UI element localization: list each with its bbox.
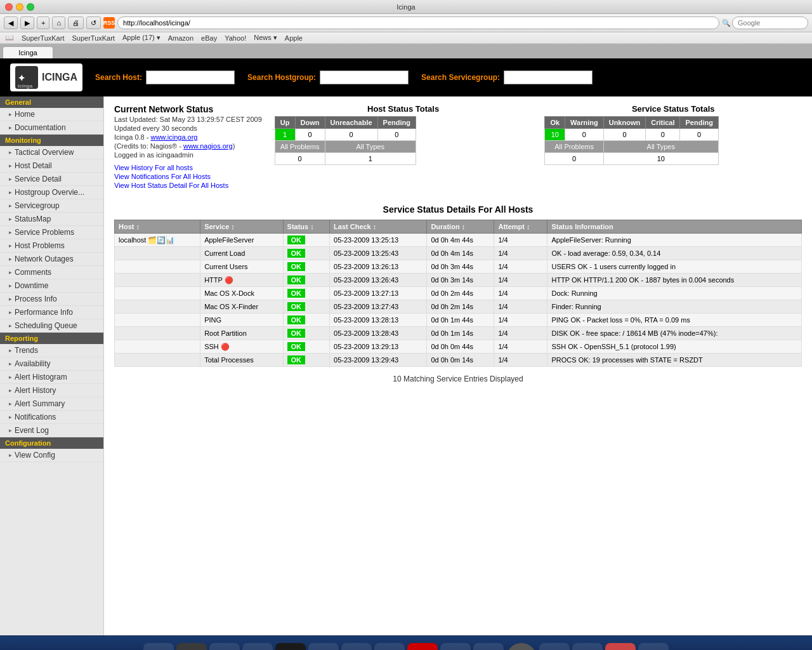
svc-col-unknown[interactable]: Unknown xyxy=(603,117,646,129)
svc-all-problems[interactable]: All Problems xyxy=(545,141,603,153)
svc-col-warning[interactable]: Warning xyxy=(565,117,604,129)
sidebar-item-service-problems[interactable]: Service Problems xyxy=(0,226,103,239)
dock-clock[interactable]: 🕐 xyxy=(176,643,207,651)
cell-service[interactable]: PING xyxy=(200,314,283,327)
host-val-down[interactable]: 0 xyxy=(295,129,325,141)
col-host[interactable]: Host ↕ xyxy=(115,220,200,234)
bookmark-apple2[interactable]: Apple xyxy=(285,34,303,42)
dock-gmail[interactable]: @ xyxy=(407,643,438,651)
home-button[interactable]: ⌂ xyxy=(52,17,65,29)
refresh-button[interactable]: ↺ xyxy=(86,17,101,29)
sidebar-item-view-config[interactable]: View Config xyxy=(0,449,103,462)
dock-email2[interactable]: @ xyxy=(605,643,636,651)
svc-val-critical[interactable]: 0 xyxy=(646,129,680,141)
bookmark-supertuxkart1[interactable]: SuperTuxKart xyxy=(22,34,64,42)
nagios-link[interactable]: www.nagios.org xyxy=(183,142,233,150)
svc-val-ok[interactable]: 10 xyxy=(545,129,565,141)
cell-service[interactable]: Current Load xyxy=(200,247,283,260)
bookmark-ebay[interactable]: eBay xyxy=(201,34,217,42)
cell-service[interactable]: Mac OS X-Dock xyxy=(200,287,283,300)
svc-types-count[interactable]: 10 xyxy=(603,153,718,165)
cell-service[interactable]: Current Users xyxy=(200,260,283,274)
dock-mail-app[interactable]: ✉️ xyxy=(209,643,240,651)
sidebar-item-comments[interactable]: Comments xyxy=(0,266,103,279)
cell-service[interactable]: AppleFileServer xyxy=(200,234,283,247)
host-col-pending[interactable]: Pending xyxy=(377,117,416,129)
sidebar-item-tactical-overview[interactable]: Tactical Overview xyxy=(0,146,103,159)
dock-trash[interactable]: 🗑️ xyxy=(638,643,669,651)
col-attempt[interactable]: Attempt ↕ xyxy=(494,220,547,234)
sidebar-item-process-info[interactable]: Process Info xyxy=(0,293,103,306)
sidebar-item-alert-histogram[interactable]: Alert Histogram xyxy=(0,371,103,384)
sidebar-item-home[interactable]: Home xyxy=(0,108,103,121)
sidebar-item-network-outages[interactable]: Network Outages xyxy=(0,253,103,266)
sidebar-item-trends[interactable]: Trends xyxy=(0,344,103,357)
address-bar[interactable] xyxy=(117,17,719,29)
sidebar-item-notifications[interactable]: Notifications xyxy=(0,411,103,424)
search-servicegroup-input[interactable] xyxy=(504,70,593,84)
icinga-link[interactable]: www.icinga.org xyxy=(150,133,197,141)
host-problems-count[interactable]: 0 xyxy=(275,153,325,165)
traffic-lights[interactable] xyxy=(5,3,34,11)
new-tab-button[interactable]: + xyxy=(37,17,49,29)
cell-service[interactable]: Root Partition xyxy=(200,327,283,340)
dock-guitar[interactable]: 🎸 xyxy=(572,643,603,651)
sidebar-item-downtime[interactable]: Downtime xyxy=(0,279,103,293)
host-col-down[interactable]: Down xyxy=(295,117,325,129)
sidebar-item-service-detail[interactable]: Service Detail xyxy=(0,173,103,186)
host-val-up[interactable]: 1 xyxy=(275,129,295,141)
cell-service[interactable]: SSH 🔴 xyxy=(200,340,283,354)
sidebar-item-event-log[interactable]: Event Log xyxy=(0,424,103,437)
view-notifications-link[interactable]: View Notifications For All Hosts xyxy=(114,173,262,180)
dock-thunderbird[interactable]: 🦅 xyxy=(308,643,339,651)
col-status[interactable]: Status ↕ xyxy=(283,220,329,234)
sidebar-item-host-problems[interactable]: Host Problems xyxy=(0,239,103,253)
back-button[interactable]: ◀ xyxy=(4,17,18,29)
tab-icinga[interactable]: Icinga xyxy=(3,46,53,58)
host-all-problems[interactable]: All Problems xyxy=(275,141,325,153)
svc-col-pending[interactable]: Pending xyxy=(680,117,718,129)
forward-button[interactable]: ▶ xyxy=(20,17,34,29)
svc-val-warning[interactable]: 0 xyxy=(565,129,604,141)
view-host-status-link[interactable]: View Host Status Detail For All Hosts xyxy=(114,182,262,189)
sidebar-item-performance-info[interactable]: Performance Info xyxy=(0,306,103,319)
bookmark-apple[interactable]: Apple (17) ▾ xyxy=(122,34,160,42)
svc-val-unknown[interactable]: 0 xyxy=(603,129,646,141)
cell-service[interactable]: HTTP 🔴 xyxy=(200,274,283,287)
svc-val-pending[interactable]: 0 xyxy=(680,129,718,141)
svc-problems-count[interactable]: 0 xyxy=(545,153,603,165)
sidebar-item-availability[interactable]: Availability xyxy=(0,357,103,371)
svc-col-ok[interactable]: Ok xyxy=(545,117,565,129)
sidebar-item-statusmap[interactable]: StatusMap xyxy=(0,213,103,226)
sidebar-item-alert-summary[interactable]: Alert Summary xyxy=(0,397,103,411)
dock-finder[interactable]: 🖥️ xyxy=(143,643,174,651)
svc-col-critical[interactable]: Critical xyxy=(646,117,680,129)
close-button[interactable] xyxy=(5,3,13,11)
col-service[interactable]: Service ↕ xyxy=(200,220,283,234)
view-history-link[interactable]: View History For all hosts xyxy=(114,164,262,171)
host-val-pending[interactable]: 0 xyxy=(377,129,416,141)
host-col-up[interactable]: Up xyxy=(275,117,295,129)
dock-ical[interactable]: 📅 xyxy=(473,643,504,651)
host-val-unreachable[interactable]: 0 xyxy=(325,129,377,141)
sidebar-item-scheduling-queue[interactable]: Scheduling Queue xyxy=(0,319,103,333)
dock-itunes[interactable]: 🎵 xyxy=(440,643,471,651)
host-types-count[interactable]: 1 xyxy=(325,153,416,165)
minimize-button[interactable] xyxy=(16,3,23,11)
dock-search[interactable]: 🔍 xyxy=(506,643,537,651)
sidebar-item-alert-history[interactable]: Alert History xyxy=(0,384,103,397)
sidebar-item-host-detail[interactable]: Host Detail xyxy=(0,159,103,173)
bookmark-amazon[interactable]: Amazon xyxy=(168,34,193,42)
cell-service[interactable]: Mac OS X-Finder xyxy=(200,300,283,314)
dock-pidgin[interactable]: 😺 xyxy=(341,643,372,651)
dock-system[interactable]: 🖥️ xyxy=(539,643,570,651)
search-host-input[interactable] xyxy=(146,70,235,84)
sidebar-item-documentation[interactable]: Documentation xyxy=(0,121,103,135)
col-duration[interactable]: Duration ↕ xyxy=(427,220,494,234)
svc-all-types[interactable]: All Types xyxy=(603,141,718,153)
search-hostgroup-input[interactable] xyxy=(320,70,409,84)
sidebar-item-hostgroup-overview[interactable]: Hostgroup Overvie... xyxy=(0,186,103,199)
bookmark-supertuxkart2[interactable]: SuperTuxKart xyxy=(72,34,114,42)
maximize-button[interactable] xyxy=(27,3,34,11)
print-button[interactable]: 🖨 xyxy=(68,17,84,29)
